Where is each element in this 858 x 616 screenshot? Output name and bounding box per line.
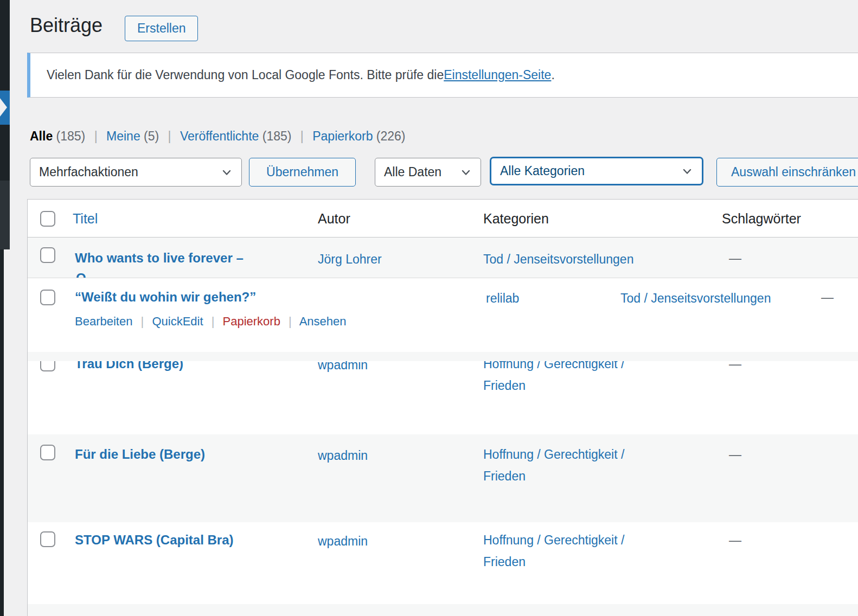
bulk-actions-value: Mehrfachaktionen: [39, 165, 138, 179]
filter-trash-count: (226): [376, 129, 406, 143]
table-row: [28, 361, 858, 434]
current-menu-arrow-icon: [0, 98, 7, 117]
tags-empty: —: [729, 447, 741, 462]
row-actions: Bearbeiten | QuickEdit | Papierkorb | An…: [75, 315, 347, 329]
filter-all-count: (185): [56, 129, 86, 143]
posts-list-page: Beiträge Erstellen Vielen Dank für die V…: [0, 0, 858, 616]
filter-all[interactable]: Alle: [30, 129, 53, 143]
row-divider: [28, 278, 858, 278]
edit-action[interactable]: Bearbeiten: [75, 315, 132, 328]
categories-link[interactable]: Tod / Jenseitsvorstellungen: [620, 290, 771, 306]
tags-empty: —: [729, 251, 741, 266]
author-link[interactable]: wpadmin: [318, 447, 368, 464]
category-filter-value: Alle Kategorien: [500, 164, 585, 178]
notice-text: Vielen Dank für die Verwendung von Local…: [47, 68, 444, 82]
author-link[interactable]: relilab: [486, 290, 519, 306]
category-filter-select[interactable]: Alle Kategorien: [490, 157, 703, 185]
chevron-down-icon: [460, 166, 472, 178]
trash-action[interactable]: Papierkorb: [223, 315, 280, 328]
admin-menu-sliver-lower: [0, 181, 10, 249]
chevron-down-icon: [221, 166, 233, 178]
post-title-link[interactable]: STOP WARS (Capital Bra): [75, 532, 234, 548]
filter-separator: |: [89, 129, 103, 143]
tags-empty: —: [821, 290, 834, 305]
apply-button[interactable]: Übernehmen: [249, 158, 356, 187]
notice-suffix: .: [551, 68, 554, 82]
action-separator: |: [284, 315, 297, 328]
categories-link[interactable]: Hoffnung / Gerechtigkeit /: [483, 446, 624, 463]
filter-trash[interactable]: Papierkorb: [312, 129, 373, 143]
post-title-link[interactable]: Für die Liebe (Berge): [75, 446, 205, 463]
notice-banner: Vielen Dank für die Verwendung von Local…: [27, 53, 858, 98]
post-title-link[interactable]: “Weißt du wohin wir gehen?”: [75, 289, 256, 305]
filter-published-count: (185): [262, 129, 292, 143]
date-filter-value: Alle Daten: [384, 165, 441, 179]
author-link[interactable]: Jörg Lohrer: [318, 251, 382, 267]
row-stripe-band: [28, 604, 858, 616]
admin-menu-edge: [0, 249, 4, 616]
quick-edit-action[interactable]: QuickEdit: [152, 315, 203, 328]
bulk-actions-select[interactable]: Mehrfachaktionen: [30, 158, 242, 187]
action-separator: |: [207, 315, 220, 328]
filter-published[interactable]: Veröffentlichte: [180, 129, 259, 143]
row-checkbox[interactable]: [40, 290, 55, 305]
filter-mine[interactable]: Meine: [106, 129, 140, 143]
categories-link[interactable]: Tod / Jenseitsvorstellungen: [483, 251, 633, 267]
column-title[interactable]: Titel: [73, 211, 98, 227]
posts-table: Titel Autor Kategorien Schlagwörter Who …: [27, 199, 858, 616]
column-tags: Schlagwörter: [722, 211, 801, 227]
date-filter-select[interactable]: Alle Daten: [375, 158, 481, 187]
row-checkbox[interactable]: [40, 247, 55, 263]
filter-separator: |: [295, 129, 309, 143]
row-checkbox[interactable]: [40, 531, 55, 547]
categories-link[interactable]: Hoffnung / Gerechtigkeit /: [483, 532, 624, 548]
page-title: Beiträge: [30, 14, 103, 37]
chevron-down-icon: [681, 165, 693, 177]
status-filters: Alle (185) | Meine (5) | Veröffentlichte…: [30, 129, 406, 144]
author-link[interactable]: wpadmin: [318, 533, 368, 549]
select-all-checkbox[interactable]: [40, 211, 55, 227]
create-post-button[interactable]: Erstellen: [125, 16, 198, 41]
action-separator: |: [136, 315, 149, 328]
column-author: Autor: [318, 211, 350, 227]
categories-link[interactable]: Frieden: [483, 468, 526, 484]
categories-link[interactable]: Frieden: [483, 554, 526, 570]
filter-separator: |: [163, 129, 177, 143]
view-action[interactable]: Ansehen: [299, 315, 347, 328]
row-stripe-band: [28, 352, 858, 361]
post-title-link[interactable]: Who wants to live forever –: [75, 250, 244, 266]
tags-empty: —: [729, 533, 741, 548]
filter-mine-count: (5): [144, 129, 159, 143]
column-categories: Kategorien: [483, 211, 549, 227]
row-checkbox[interactable]: [40, 445, 55, 460]
filter-button[interactable]: Auswahl einschränken: [716, 158, 858, 187]
settings-page-link[interactable]: Einstellungen-Seite: [444, 68, 551, 82]
categories-link[interactable]: Frieden: [483, 377, 526, 394]
